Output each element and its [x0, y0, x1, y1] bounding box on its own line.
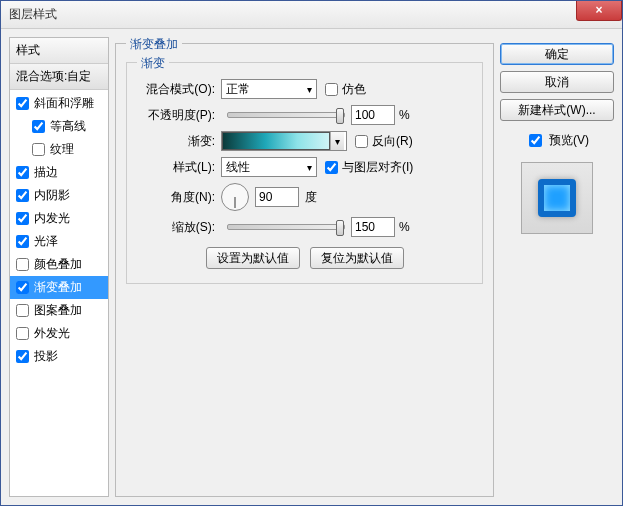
reverse-label: 反向(R)	[372, 133, 413, 150]
style-list-panel: 样式 混合选项:自定 斜面和浮雕等高线纹理描边内阴影内发光光泽颜色叠加渐变叠加图…	[9, 37, 109, 497]
style-item-checkbox[interactable]	[32, 120, 45, 133]
preview-label: 预览(V)	[549, 132, 589, 149]
style-item-2[interactable]: 纹理	[10, 138, 108, 161]
opacity-label: 不透明度(P):	[137, 107, 221, 124]
window-title: 图层样式	[9, 6, 57, 23]
style-item-label: 渐变叠加	[34, 279, 82, 296]
group-title: 渐变叠加	[126, 36, 182, 53]
style-item-label: 描边	[34, 164, 58, 181]
scale-input[interactable]: 150	[351, 217, 395, 237]
style-item-0[interactable]: 斜面和浮雕	[10, 92, 108, 115]
style-item-label: 投影	[34, 348, 58, 365]
style-item-checkbox[interactable]	[16, 327, 29, 340]
new-style-button[interactable]: 新建样式(W)...	[500, 99, 614, 121]
style-item-label: 内发光	[34, 210, 70, 227]
angle-unit: 度	[305, 189, 317, 206]
align-label: 与图层对齐(I)	[342, 159, 413, 176]
style-item-checkbox[interactable]	[16, 258, 29, 271]
style-item-7[interactable]: 颜色叠加	[10, 253, 108, 276]
ok-button[interactable]: 确定	[500, 43, 614, 65]
blend-options-header[interactable]: 混合选项:自定	[10, 64, 108, 90]
layer-style-dialog: 图层样式 × 样式 混合选项:自定 斜面和浮雕等高线纹理描边内阴影内发光光泽颜色…	[0, 0, 623, 506]
style-item-4[interactable]: 内阴影	[10, 184, 108, 207]
scale-slider[interactable]	[227, 224, 345, 230]
style-item-label: 图案叠加	[34, 302, 82, 319]
chevron-down-icon: ▾	[307, 84, 312, 95]
style-item-checkbox[interactable]	[16, 189, 29, 202]
angle-label: 角度(N):	[137, 189, 221, 206]
dither-checkbox[interactable]: 仿色	[325, 81, 366, 98]
angle-dial[interactable]	[221, 183, 249, 211]
style-item-label: 等高线	[50, 118, 86, 135]
style-value: 线性	[226, 159, 250, 176]
gradient-swatch	[222, 132, 330, 150]
reset-default-button[interactable]: 复位为默认值	[310, 247, 404, 269]
align-checkbox[interactable]: 与图层对齐(I)	[325, 159, 413, 176]
style-item-checkbox[interactable]	[16, 235, 29, 248]
scale-unit: %	[399, 220, 410, 234]
style-item-label: 斜面和浮雕	[34, 95, 94, 112]
style-item-8[interactable]: 渐变叠加	[10, 276, 108, 299]
style-item-label: 颜色叠加	[34, 256, 82, 273]
style-item-label: 纹理	[50, 141, 74, 158]
style-item-6[interactable]: 光泽	[10, 230, 108, 253]
blend-mode-dropdown[interactable]: 正常 ▾	[221, 79, 317, 99]
style-item-1[interactable]: 等高线	[10, 115, 108, 138]
style-item-label: 内阴影	[34, 187, 70, 204]
opacity-input[interactable]: 100	[351, 105, 395, 125]
style-item-label: 光泽	[34, 233, 58, 250]
reverse-checkbox[interactable]: 反向(R)	[355, 133, 413, 150]
style-list-header[interactable]: 样式	[10, 38, 108, 64]
gradient-label: 渐变:	[137, 133, 221, 150]
chevron-down-icon: ▾	[330, 132, 344, 150]
style-dropdown[interactable]: 线性 ▾	[221, 157, 317, 177]
chevron-down-icon: ▾	[307, 162, 312, 173]
style-item-5[interactable]: 内发光	[10, 207, 108, 230]
set-default-button[interactable]: 设置为默认值	[206, 247, 300, 269]
style-item-10[interactable]: 外发光	[10, 322, 108, 345]
right-panel: 确定 取消 新建样式(W)... 预览(V)	[500, 37, 614, 497]
style-item-checkbox[interactable]	[16, 350, 29, 363]
titlebar: 图层样式 ×	[1, 1, 622, 29]
settings-panel: 渐变叠加 渐变 混合模式(O): 正常 ▾ 仿色	[115, 37, 494, 497]
style-item-checkbox[interactable]	[16, 166, 29, 179]
preview-checkbox[interactable]: 预览(V)	[500, 131, 614, 150]
scale-label: 缩放(S):	[137, 219, 221, 236]
inner-title: 渐变	[137, 55, 169, 72]
style-item-checkbox[interactable]	[32, 143, 45, 156]
style-item-3[interactable]: 描边	[10, 161, 108, 184]
blend-mode-value: 正常	[226, 81, 250, 98]
style-item-checkbox[interactable]	[16, 304, 29, 317]
style-item-checkbox[interactable]	[16, 97, 29, 110]
angle-input[interactable]: 90	[255, 187, 299, 207]
style-item-checkbox[interactable]	[16, 281, 29, 294]
style-item-checkbox[interactable]	[16, 212, 29, 225]
style-item-11[interactable]: 投影	[10, 345, 108, 368]
preview-swatch	[538, 179, 576, 217]
dither-label: 仿色	[342, 81, 366, 98]
blend-mode-label: 混合模式(O):	[137, 81, 221, 98]
opacity-unit: %	[399, 108, 410, 122]
preview-thumbnail	[521, 162, 593, 234]
gradient-picker[interactable]: ▾	[221, 131, 347, 151]
close-button[interactable]: ×	[576, 1, 622, 21]
style-label: 样式(L):	[137, 159, 221, 176]
style-item-9[interactable]: 图案叠加	[10, 299, 108, 322]
cancel-button[interactable]: 取消	[500, 71, 614, 93]
opacity-slider[interactable]	[227, 112, 345, 118]
style-item-label: 外发光	[34, 325, 70, 342]
